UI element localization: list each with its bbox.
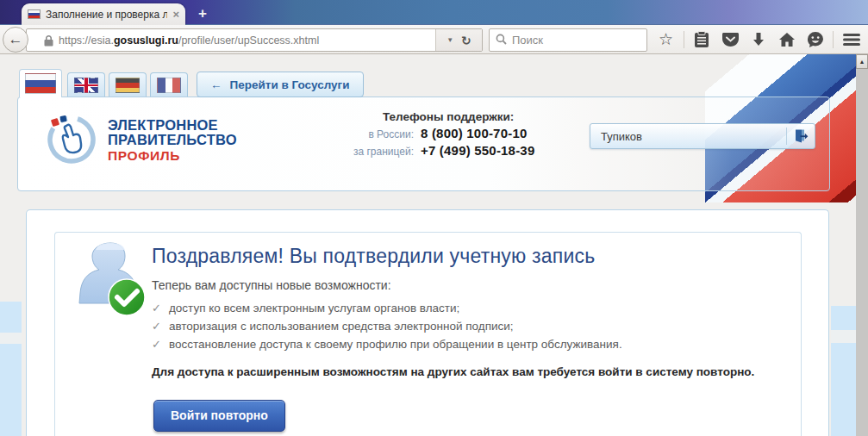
france-flag-icon bbox=[157, 78, 181, 93]
back-button[interactable]: ← bbox=[3, 27, 28, 53]
scrollbar-up-arrow[interactable]: ▲ bbox=[856, 54, 868, 69]
germany-flag-icon bbox=[116, 78, 140, 93]
tab-title: Заполнение и проверка лич... bbox=[46, 9, 167, 21]
lock-icon bbox=[44, 34, 53, 47]
left-arrow-icon: ← bbox=[210, 78, 222, 91]
support-phones: Телефоны поддержки: в России: 8 (800) 10… bbox=[340, 110, 534, 158]
success-content: Поздравляем! Вы подтвердили учетную запи… bbox=[152, 245, 778, 432]
benefit-item: ✓ доступ ко всем электронным услугам орг… bbox=[152, 299, 778, 317]
site-header-panel: ЭЛЕКТРОННОЕ ПРАВИТЕЛЬСТВО ПРОФИЛЬ Телефо… bbox=[17, 97, 830, 191]
check-icon: ✓ bbox=[152, 299, 161, 317]
bookmark-star-icon[interactable]: ☆ bbox=[656, 26, 676, 53]
success-message-box: Поздравляем! Вы подтвердили учетную запи… bbox=[54, 232, 802, 436]
pocket-icon[interactable] bbox=[721, 32, 740, 47]
language-tab-russian[interactable] bbox=[19, 69, 62, 97]
benefit-item: ✓ восстановление доступа к своему профил… bbox=[152, 335, 778, 353]
main-content-panel: Поздравляем! Вы подтвердили учетную запи… bbox=[26, 209, 829, 436]
page-viewport: ← Перейти в Госуслуги ЭЛЕКТРОННОЕ ПРАВИТ… bbox=[0, 54, 868, 436]
url-dropdown-icon[interactable]: ▼ bbox=[446, 36, 453, 44]
benefit-text: доступ ко всем электронным услугам орган… bbox=[169, 299, 459, 317]
support-russia-label: в России: bbox=[340, 128, 421, 140]
page-bg-notch-left bbox=[0, 333, 22, 344]
search-box[interactable] bbox=[489, 28, 647, 52]
logo-line-2: ПРАВИТЕЛЬСТВО bbox=[108, 133, 237, 147]
reload-icon[interactable]: ↻ bbox=[461, 34, 471, 47]
user-name: Тупиков bbox=[590, 130, 786, 143]
tab-close-icon[interactable]: × bbox=[172, 9, 179, 20]
relogin-note: Для доступа к расширенным возможностям н… bbox=[152, 365, 778, 378]
support-abroad-phone: +7 (499) 550-18-39 bbox=[421, 143, 534, 158]
menu-hamburger-icon[interactable] bbox=[841, 33, 861, 47]
russia-flag-icon bbox=[25, 73, 56, 94]
toolbar-separator bbox=[833, 31, 834, 48]
subheading: Теперь вам доступны новые возможности: bbox=[152, 278, 778, 292]
egov-logo-mark-icon bbox=[46, 113, 97, 168]
language-tab-french[interactable] bbox=[150, 72, 188, 97]
user-menu[interactable]: Тупиков bbox=[590, 123, 815, 149]
page-title: Поздравляем! Вы подтвердили учетную запи… bbox=[152, 245, 778, 268]
browser-tab[interactable]: Заполнение и проверка лич... × bbox=[22, 3, 185, 25]
url-scheme: https://esia. bbox=[59, 34, 114, 47]
egov-logo-text: ЭЛЕКТРОННОЕ ПРАВИТЕЛЬСТВО ПРОФИЛЬ bbox=[108, 118, 237, 164]
toolbar-icons: ☆ bbox=[652, 26, 865, 53]
egov-logo: ЭЛЕКТРОННОЕ ПРАВИТЕЛЬСТВО ПРОФИЛЬ bbox=[46, 113, 237, 168]
logo-line-3: ПРОФИЛЬ bbox=[108, 149, 237, 163]
check-icon: ✓ bbox=[152, 317, 161, 335]
benefit-item: ✓ авторизация с использованием средства … bbox=[152, 317, 778, 335]
browser-tab-bar: Заполнение и проверка лич... × + bbox=[0, 0, 868, 25]
home-icon[interactable] bbox=[777, 32, 796, 47]
url-domain: gosuslugi.ru bbox=[114, 34, 178, 47]
logout-button[interactable] bbox=[787, 124, 815, 148]
uk-flag-icon bbox=[74, 78, 98, 93]
go-to-gosuslugi-button[interactable]: ← Перейти в Госуслуги bbox=[197, 72, 364, 97]
relogin-button[interactable]: Войти повторно bbox=[153, 400, 285, 432]
green-check-badge bbox=[109, 279, 145, 315]
benefit-text: восстановление доступа к своему профилю … bbox=[169, 335, 622, 353]
support-phone-row: в России: 8 (800) 100-70-10 bbox=[340, 126, 534, 140]
new-tab-button[interactable]: + bbox=[191, 4, 214, 24]
url-bar[interactable]: https://esia.gosuslugi.ru/profile/user/u… bbox=[26, 28, 483, 52]
bookmarks-menu-icon[interactable] bbox=[692, 31, 712, 48]
benefit-text: авторизация с использованием средства эл… bbox=[169, 317, 514, 335]
page-bg-notch-right bbox=[831, 330, 856, 343]
download-icon[interactable] bbox=[749, 32, 769, 47]
search-input[interactable] bbox=[512, 34, 640, 47]
page-bg-blue-strip-right bbox=[831, 306, 856, 436]
page-bg-blue-strip-left bbox=[0, 302, 22, 436]
url-bar-controls: ▼ ↻ bbox=[435, 29, 482, 51]
support-abroad-label: за границей: bbox=[340, 146, 421, 158]
toolbar-separator bbox=[684, 31, 684, 48]
support-russia-phone: 8 (800) 100-70-10 bbox=[421, 126, 527, 140]
page-scrollbar[interactable]: ▲ bbox=[856, 54, 868, 436]
benefits-list: ✓ доступ ко всем электронным услугам орг… bbox=[152, 299, 778, 353]
support-phone-row: за границей: +7 (499) 550-18-39 bbox=[340, 143, 534, 158]
user-avatar-with-check bbox=[72, 240, 148, 319]
russian-flag-favicon bbox=[28, 9, 41, 19]
logout-door-icon bbox=[793, 128, 809, 144]
check-icon: ✓ bbox=[152, 335, 161, 353]
logo-line-1: ЭЛЕКТРОННОЕ bbox=[108, 118, 237, 133]
search-icon bbox=[496, 33, 507, 48]
go-to-gosuslugi-label: Перейти в Госуслуги bbox=[230, 78, 350, 91]
language-tab-english[interactable] bbox=[67, 72, 105, 97]
language-tab-german[interactable] bbox=[109, 72, 147, 97]
url-text: https://esia.gosuslugi.ru/profile/user/u… bbox=[59, 34, 435, 47]
hello-smiley-icon[interactable] bbox=[805, 31, 825, 48]
support-phones-title: Телефоны поддержки: bbox=[340, 110, 534, 123]
url-path: /profile/user/upSuccess.xhtml bbox=[178, 34, 319, 47]
